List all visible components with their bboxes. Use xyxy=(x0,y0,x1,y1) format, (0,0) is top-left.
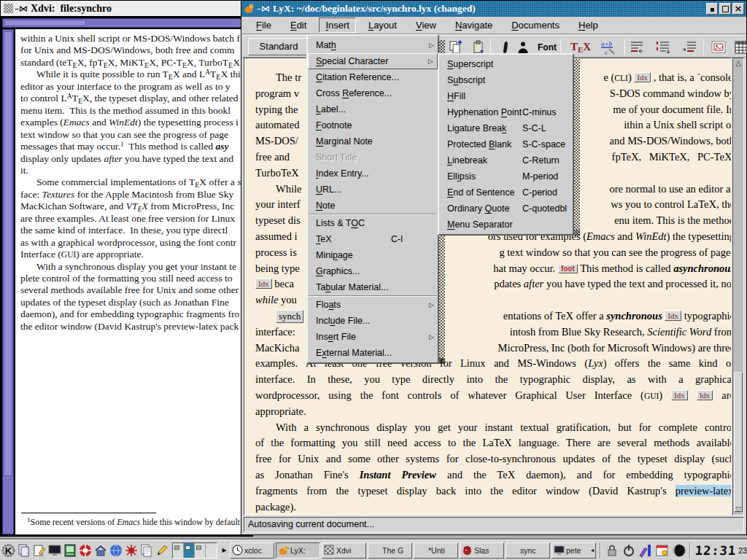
home-icon[interactable] xyxy=(93,542,108,559)
xdvi-hscroll-thumb[interactable] xyxy=(4,20,86,26)
menu-item-protected-blank[interactable]: Protected BlankS-C-space xyxy=(439,136,573,152)
document-scrollbar[interactable]: △ ▽ xyxy=(732,58,744,516)
organizer-icon[interactable] xyxy=(654,542,670,559)
text-run: X, TurboT xyxy=(187,57,228,68)
math-mode-icon[interactable]: a+bc xyxy=(598,38,617,57)
documents-icon[interactable] xyxy=(139,542,154,559)
menubar-item-help[interactable]: Help xyxy=(572,18,605,33)
window-pin-icon[interactable]: –⋈ xyxy=(15,4,28,14)
collapsed-inset[interactable]: synch xyxy=(276,310,303,323)
taskbar-scroll-arrow-icon[interactable]: ▶ xyxy=(220,542,228,559)
k-menu-icon[interactable]: K xyxy=(1,542,16,559)
menubar-item-documents[interactable]: Documents xyxy=(505,18,566,33)
menu-item-minipage[interactable]: Minipage xyxy=(308,247,438,263)
footnote-inset[interactable]: foot xyxy=(558,264,578,273)
window-list-icon[interactable] xyxy=(16,542,31,559)
task-button-slas[interactable]: Slas xyxy=(460,542,504,559)
klipper-icon[interactable] xyxy=(637,542,654,559)
menu-item-tabular-material[interactable]: Tabular Material... xyxy=(308,279,438,295)
menu-item-label[interactable]: Label... xyxy=(308,101,438,117)
lcd-clock[interactable]: 12:31 xyxy=(694,543,737,558)
menu-item-hfill[interactable]: HFill xyxy=(439,88,573,104)
menu-item-superscript[interactable]: Superscript xyxy=(439,56,573,72)
task-button-xcloc[interactable]: xcloc xyxy=(230,542,274,559)
pager-desktop-4[interactable] xyxy=(206,543,217,558)
scroll-up-arrow-icon[interactable]: △ xyxy=(733,58,743,69)
lock-icon[interactable] xyxy=(603,542,620,559)
paragraph-layout-combo[interactable]: Standard xyxy=(248,38,309,55)
menu-item-footnote[interactable]: Footnote xyxy=(308,117,438,133)
scroll-down-arrow-icon[interactable]: ▽ xyxy=(733,505,743,515)
close-button[interactable]: × xyxy=(732,3,744,15)
menubar-item-file[interactable]: File xyxy=(249,18,278,33)
enumerate-depth-icon[interactable] xyxy=(654,38,673,57)
menu-item-special-character[interactable]: Special Character▷ xyxy=(308,53,438,69)
lyx-titlebar[interactable]: –⋈ LyX: ~/doc/beginlatex/src/synchro.lyx… xyxy=(241,1,746,17)
help-lifering-icon[interactable] xyxy=(77,542,93,559)
kde-news-icon[interactable] xyxy=(123,542,139,559)
menubar-item-edit[interactable]: Edit xyxy=(284,18,313,33)
xdvi-vscroll-thumb[interactable] xyxy=(4,31,12,476)
menu-item-tex[interactable]: TeXC-l xyxy=(308,231,438,247)
task-button-the-g[interactable]: The G xyxy=(368,542,412,559)
menubar-item-view[interactable]: View xyxy=(409,18,443,33)
text-run: hide this window by default but xyxy=(140,517,252,527)
menu-item-menu-separator[interactable]: Menu Separator xyxy=(439,217,573,233)
task-button-lyx[interactable]: LyX: xyxy=(276,542,320,559)
increase-depth-icon[interactable] xyxy=(680,38,699,57)
idx-inset[interactable]: Idx xyxy=(697,390,713,400)
menu-item-ordinary-quote[interactable]: Ordinary QuoteC-quotedbl xyxy=(439,201,573,217)
pen-icon[interactable] xyxy=(154,542,169,559)
clock-date[interactable]: 23/03/03 xyxy=(738,546,747,555)
menu-item-marginal-note[interactable]: Marginal Note xyxy=(308,133,438,149)
menubar-item-navigate[interactable]: Navigate xyxy=(449,18,499,33)
menu-item-math[interactable]: Math▷ xyxy=(308,37,438,53)
xdvi-titlebar[interactable]: –⋈ Xdvi: file:synchro xyxy=(1,1,252,17)
globe-browser-icon[interactable] xyxy=(108,542,123,559)
menu-item-include-file[interactable]: Include File... xyxy=(308,313,438,329)
menu-item-end-of-sentence[interactable]: End of SentenceC-period xyxy=(439,184,573,201)
menu-item-ellipsis[interactable]: EllipsisM-period xyxy=(439,168,573,184)
menu-item-graphics[interactable]: Graphics... xyxy=(308,263,438,279)
menu-item-citation-reference[interactable]: Citation Reference... xyxy=(308,69,438,85)
terminal-icon[interactable] xyxy=(62,542,77,559)
xdvi-horizontal-scrollbar[interactable] xyxy=(2,18,251,28)
insert-figure-icon[interactable] xyxy=(709,38,728,57)
xdvi-vertical-scrollbar[interactable] xyxy=(2,29,14,534)
menu-item-note[interactable]: Note xyxy=(308,198,438,214)
menu-item-linebreak[interactable]: LinebreakC-Return xyxy=(439,152,573,168)
maximize-button[interactable] xyxy=(719,3,731,15)
moon-phase-icon[interactable] xyxy=(670,542,687,559)
idx-inset[interactable]: Idx xyxy=(255,279,272,289)
pager-desktop-2[interactable] xyxy=(184,543,195,558)
idx-inset[interactable]: Idx xyxy=(671,390,688,400)
task-button-xdvi[interactable]: Xdvi xyxy=(322,542,366,559)
menu-item-floats[interactable]: Floats▷ xyxy=(308,297,438,313)
menu-item-index-entry[interactable]: Index Entry... xyxy=(308,166,438,182)
pager-desktop-3[interactable] xyxy=(195,543,206,558)
minimize-button[interactable] xyxy=(706,3,718,15)
menu-item-url[interactable]: URL... xyxy=(308,182,438,198)
task-button-unti[interactable]: *Unti xyxy=(414,542,458,559)
monitor-icon[interactable] xyxy=(47,542,62,559)
menu-item-ligature-break[interactable]: Ligature BreakS-C-L xyxy=(439,120,573,136)
menu-item-external-material[interactable]: External Material... xyxy=(308,345,438,361)
insert-table-icon[interactable] xyxy=(732,38,747,57)
menu-item-cross-reference[interactable]: Cross Reference... xyxy=(308,85,438,101)
window-pin-icon[interactable]: –⋈ xyxy=(257,4,270,14)
menu-item-lists-toc[interactable]: Lists & TOC xyxy=(308,215,438,231)
menubar-item-insert[interactable]: Insert xyxy=(319,18,356,33)
paragraph-indent-icon[interactable] xyxy=(627,38,646,57)
menubar-item-layout[interactable]: Layout xyxy=(362,18,403,33)
power-icon[interactable] xyxy=(620,542,637,559)
menu-item-hyphenation-point[interactable]: Hyphenation PointC-minus xyxy=(439,104,573,120)
menu-item-insert-file[interactable]: Insert File▷ xyxy=(308,329,438,345)
idx-inset[interactable]: Idx xyxy=(634,72,651,82)
desktop-settings-icon[interactable] xyxy=(31,542,47,559)
idx-inset[interactable]: Idx xyxy=(665,311,681,321)
menu-item-subscript[interactable]: Subscript xyxy=(439,72,573,88)
task-button-pete[interactable]: pete◂ xyxy=(551,542,596,559)
task-button-sync[interactable]: sync xyxy=(506,542,550,559)
pager-desktop-1[interactable] xyxy=(173,543,184,558)
scrollbar-thumb[interactable] xyxy=(734,372,743,512)
